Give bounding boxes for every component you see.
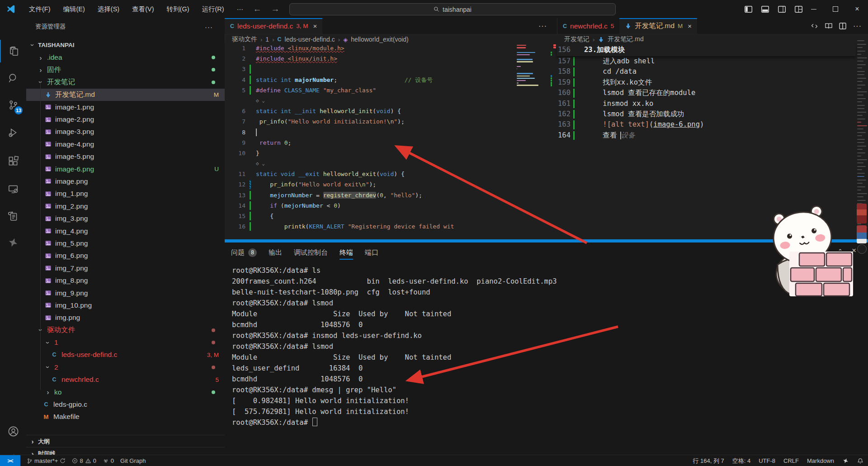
copilot-status-icon[interactable] bbox=[842, 457, 849, 464]
tree-item-img_2.png[interactable]: img_2.png bbox=[26, 200, 225, 212]
tree-item-image-6.png[interactable]: image-6.pngU bbox=[26, 163, 225, 175]
tab-close-icon[interactable]: × bbox=[313, 22, 317, 30]
toggle-sidebar-icon[interactable] bbox=[745, 6, 752, 13]
problems-item[interactable]: 8 0 bbox=[72, 457, 96, 464]
tree-item-newchrled.c[interactable]: Cnewchrled.c5 bbox=[26, 374, 225, 386]
panel-tab-终端[interactable]: 终端 bbox=[340, 245, 353, 260]
tree-item-image.png[interactable]: image.png bbox=[26, 175, 225, 187]
breadcrumb-item[interactable]: helloworld_exit(void) bbox=[351, 36, 409, 43]
editor-group2-more-icon[interactable]: ··· bbox=[853, 22, 862, 30]
tree-item-leds-user-defind.c[interactable]: Cleds-user-defind.c3, M bbox=[26, 349, 225, 361]
cursor-position-item[interactable]: 行 164, 列 7 bbox=[693, 457, 724, 465]
command-center-search[interactable]: taishanpai bbox=[289, 3, 616, 15]
indentation-item[interactable]: 空格: 4 bbox=[732, 457, 750, 465]
tree-item-image-4.png[interactable]: image-4.png bbox=[26, 138, 225, 150]
menu-item[interactable]: 文件(F) bbox=[23, 0, 57, 18]
code-editor-right[interactable]: 157 进入adb shell158 cd /data159 找到xx.ko文件… bbox=[557, 56, 856, 241]
menu-item[interactable]: 编辑(E) bbox=[57, 0, 91, 18]
menu-more-icon[interactable]: ··· bbox=[231, 0, 250, 18]
copilot-codelens-icon[interactable]: ◇ ⌄ bbox=[256, 158, 265, 169]
tree-item-img_7.png[interactable]: img_7.png bbox=[26, 262, 225, 274]
menu-item[interactable]: 转到(G) bbox=[160, 0, 196, 18]
panel-tab-端口[interactable]: 端口 bbox=[365, 245, 378, 260]
tab-____.md[interactable]: 开发笔记.mdM× bbox=[619, 18, 697, 34]
tree-item-1[interactable]: ›1 bbox=[26, 336, 225, 348]
encoding-item[interactable]: UTF-8 bbox=[759, 457, 775, 464]
new-terminal-button[interactable]: ⌄ bbox=[779, 248, 792, 255]
outline-section-header[interactable]: ›大纲 bbox=[26, 435, 225, 447]
ports-item[interactable]: 0 bbox=[103, 457, 114, 464]
tree-item-img_5.png[interactable]: img_5.png bbox=[26, 237, 225, 249]
panel-resize-sash[interactable] bbox=[225, 239, 868, 243]
code-editor-left[interactable]: 1#include <linux/module.h>2#include <lin… bbox=[225, 43, 515, 241]
breadcrumb-item[interactable]: 开发笔记.md bbox=[608, 35, 643, 43]
tree-item-img_10.png[interactable]: img_10.png bbox=[26, 299, 225, 311]
live-preview-icon[interactable] bbox=[0, 205, 26, 228]
tree-item-Makefile[interactable]: MMakefile bbox=[26, 411, 225, 423]
tree-item-.idea[interactable]: ›.idea bbox=[26, 51, 225, 63]
account-icon[interactable] bbox=[0, 420, 26, 442]
customize-layout-icon[interactable] bbox=[795, 6, 802, 13]
panel-tab-输出[interactable]: 输出 bbox=[269, 245, 282, 260]
tree-item-____.md[interactable]: 开发笔记.mdM bbox=[26, 89, 225, 101]
forward-arrow-button[interactable]: → bbox=[268, 0, 283, 18]
explorer-icon[interactable] bbox=[0, 40, 27, 62]
tree-item-____[interactable]: ›驱动文件 bbox=[26, 324, 225, 336]
minimize-button[interactable] bbox=[803, 0, 825, 18]
tab-leds-user-defind[interactable]: C leds-user-defind.c 3, M × bbox=[225, 18, 322, 34]
breadcrumb-item[interactable]: 驱动文件 bbox=[232, 35, 257, 43]
breadcrumb-item[interactable]: 开发笔记 bbox=[564, 35, 590, 43]
toggle-secondary-sidebar-icon[interactable] bbox=[778, 6, 786, 13]
tree-item-img_4.png[interactable]: img_4.png bbox=[26, 225, 225, 237]
terminal-output[interactable]: root@RK356X:/data# ls200frames_count.h26… bbox=[232, 265, 863, 453]
extensions-icon[interactable] bbox=[0, 150, 26, 172]
tab-newchrled.c[interactable]: Cnewchrled.c5 bbox=[557, 18, 619, 34]
tree-item-__[interactable]: ›固件 bbox=[26, 64, 225, 76]
breadcrumb-item[interactable]: leds-user-defind.c bbox=[285, 36, 335, 43]
tree-root-item[interactable]: ›TAISHANPAI bbox=[26, 39, 225, 51]
terminal-instance-item[interactable]: aq bbox=[798, 248, 814, 255]
breadcrumbs-right[interactable]: 开发笔记›开发笔记.md bbox=[564, 34, 835, 44]
menu-item[interactable]: 选择(S) bbox=[91, 0, 126, 18]
breadcrumb-item[interactable]: 1 bbox=[265, 36, 269, 43]
back-arrow-button[interactable]: ← bbox=[250, 0, 265, 18]
tree-item-leds-gpio.c[interactable]: Cleds-gpio.c bbox=[26, 398, 225, 410]
tree-item-image-3.png[interactable]: image-3.png bbox=[26, 126, 225, 138]
maximize-panel-icon[interactable]: ⌃ bbox=[838, 248, 843, 255]
tree-item-ko[interactable]: ›ko bbox=[26, 386, 225, 398]
panel-tab-问题[interactable]: 问题8 bbox=[231, 245, 257, 260]
split-editor-icon[interactable] bbox=[839, 23, 846, 29]
close-button[interactable]: × bbox=[846, 0, 868, 18]
run-debug-icon[interactable] bbox=[0, 121, 26, 144]
copilot-activity-icon[interactable] bbox=[0, 231, 26, 254]
toggle-panel-icon[interactable] bbox=[761, 6, 769, 13]
close-panel-icon[interactable]: × bbox=[852, 246, 856, 255]
panel-tab-调试控制台[interactable]: 调试控制台 bbox=[294, 245, 328, 260]
timeline-section-header[interactable]: ›时间线 bbox=[26, 447, 225, 455]
tree-item-img_6.png[interactable]: img_6.png bbox=[26, 250, 225, 262]
tree-item-img_3.png[interactable]: img_3.png bbox=[26, 212, 225, 224]
eol-item[interactable]: CRLF bbox=[783, 457, 799, 464]
search-sidebar-icon[interactable] bbox=[0, 67, 26, 90]
tree-item-img.png[interactable]: img.png bbox=[26, 312, 225, 324]
notifications-bell-icon[interactable] bbox=[857, 458, 863, 464]
tree-item-img_8.png[interactable]: img_8.png bbox=[26, 274, 225, 286]
minimap-left[interactable] bbox=[515, 43, 557, 241]
maximize-button[interactable] bbox=[825, 0, 846, 18]
editor-group1-more-actions[interactable]: ··· bbox=[538, 18, 547, 34]
split-diff-icon[interactable] bbox=[811, 23, 818, 29]
menu-item[interactable]: 查看(V) bbox=[126, 0, 160, 18]
tree-item-2[interactable]: ›2 bbox=[26, 361, 225, 373]
remote-explorer-icon[interactable] bbox=[0, 178, 26, 200]
copilot-codelens-icon[interactable]: ◇ ⌄ bbox=[256, 95, 265, 106]
explorer-more-actions[interactable]: ··· bbox=[205, 18, 213, 35]
tree-item-____[interactable]: ›开发笔记 bbox=[26, 76, 225, 88]
tree-item-img_1.png[interactable]: img_1.png bbox=[26, 188, 225, 200]
tree-item-image-2.png[interactable]: image-2.png bbox=[26, 113, 225, 125]
source-control-icon[interactable]: 13 bbox=[0, 94, 26, 116]
git-graph-item[interactable]: Git Graph bbox=[120, 457, 146, 464]
remote-indicator[interactable]: >< bbox=[0, 455, 20, 466]
tree-item-image-5.png[interactable]: image-5.png bbox=[26, 151, 225, 163]
tab-close-icon[interactable]: × bbox=[688, 22, 692, 30]
language-mode-item[interactable]: Markdown bbox=[807, 457, 834, 464]
